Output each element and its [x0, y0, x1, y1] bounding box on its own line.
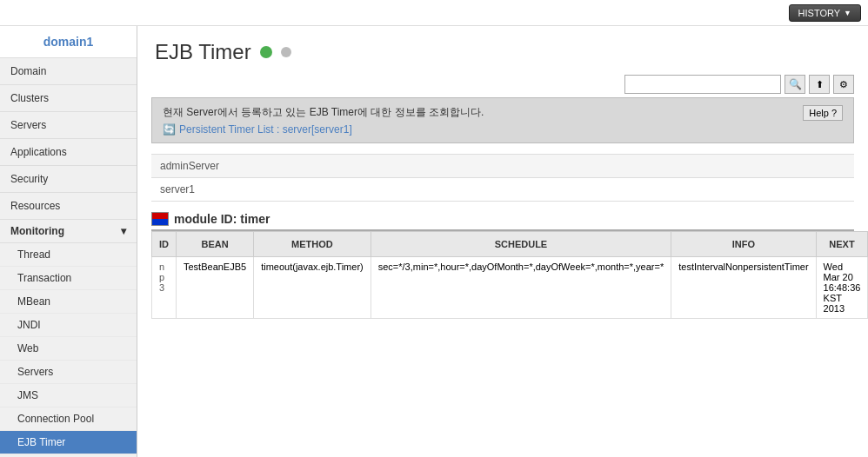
col-id: ID: [152, 232, 177, 257]
persistent-timer-link[interactable]: 🔄 Persistent Timer List : server[server1…: [163, 123, 843, 136]
col-bean: BEAN: [177, 232, 254, 257]
cell-info: testIntervalNonpersistentTimer: [671, 257, 816, 319]
status-gray-dot: [281, 47, 291, 57]
flag-icon: [151, 212, 169, 226]
server-name-server1: server1: [160, 183, 195, 195]
server-list: adminServer server1: [151, 154, 854, 202]
search-input[interactable]: [624, 75, 781, 94]
ejb-timer-table: ID BEAN METHOD SCHEDULE INFO NEXT cancel…: [151, 231, 868, 319]
server-row-admin: adminServer: [151, 154, 854, 178]
history-arrow-icon: ▼: [844, 9, 851, 17]
history-button[interactable]: HISTORY ▼: [789, 4, 861, 22]
search-button[interactable]: 🔍: [785, 75, 805, 94]
info-banner-text: 현재 Server에서 등록하고 있는 EJB Timer에 대한 정보를 조회…: [163, 105, 843, 120]
module-section: module ID: timer ID BEAN METHOD SCHEDULE…: [151, 212, 854, 319]
history-label: HISTORY: [798, 8, 841, 18]
help-icon: ?: [831, 108, 837, 118]
info-banner: Help ? 현재 Server에서 등록하고 있는 EJB Timer에 대한…: [151, 97, 854, 143]
settings-icon: ⚙: [839, 79, 848, 90]
cell-method: timeout(javax.ejb.Timer): [254, 257, 371, 319]
sidebar-sub-item-web[interactable]: Web: [0, 337, 137, 361]
monitoring-label: Monitoring: [10, 225, 64, 237]
content-area: EJB Timer 🔍 ⬆ ⚙ Help ?: [137, 26, 868, 457]
sidebar-item-monitoring[interactable]: Monitoring ▾: [0, 220, 137, 243]
page-header: EJB Timer: [137, 26, 868, 71]
help-label: Help: [809, 108, 829, 118]
sidebar-sub-item-thread[interactable]: Thread: [0, 243, 137, 267]
sidebar-sub-item-servers[interactable]: Servers: [0, 361, 137, 384]
col-schedule: SCHEDULE: [371, 232, 671, 257]
sidebar-item-servers[interactable]: Servers: [0, 112, 137, 139]
cell-bean: TestBeanEJB5: [177, 257, 254, 319]
refresh-icon: 🔄: [163, 123, 176, 136]
table-row: n p 3 TestBeanEJB5 timeout(javax.ejb.Tim…: [152, 257, 869, 319]
sidebar-item-resources[interactable]: Resources: [0, 193, 137, 220]
search-icon: 🔍: [789, 78, 802, 90]
sidebar-sub-item-jms[interactable]: JMS: [0, 384, 137, 407]
search-bar: 🔍 ⬆ ⚙: [137, 71, 868, 97]
top-bar: HISTORY ▼: [0, 0, 868, 26]
settings-button[interactable]: ⚙: [833, 75, 854, 94]
server-name-admin: adminServer: [160, 160, 219, 172]
status-green-dot: [260, 46, 272, 58]
table-header-row: ID BEAN METHOD SCHEDULE INFO NEXT cancel: [152, 232, 869, 257]
upload-icon: ⬆: [816, 79, 824, 90]
cell-next: Wed Mar 20 16:48:36 KST 2013: [816, 257, 868, 319]
main-layout: domain1 Domain Clusters Servers Applicat…: [0, 26, 868, 457]
sidebar-item-applications[interactable]: Applications: [0, 139, 137, 166]
sidebar-sub-item-transaction[interactable]: Transaction: [0, 267, 137, 290]
cell-id: n p 3: [152, 257, 177, 319]
upload-button[interactable]: ⬆: [809, 75, 830, 94]
sidebar-item-clusters[interactable]: Clusters: [0, 85, 137, 112]
cell-schedule: sec=*/3,min=*,hour=*,dayOfMonth=*,dayOfW…: [371, 257, 671, 319]
module-title-text: module ID: timer: [174, 212, 270, 226]
page-title: EJB Timer: [155, 40, 251, 64]
monitoring-toggle-icon: ▾: [121, 225, 126, 237]
help-button[interactable]: Help ?: [803, 105, 843, 121]
sidebar: domain1 Domain Clusters Servers Applicat…: [0, 26, 137, 457]
col-info: INFO: [671, 232, 816, 257]
sidebar-sub-item-connection-pool[interactable]: Connection Pool: [0, 407, 137, 431]
sidebar-sub-item-jndi[interactable]: JNDI: [0, 314, 137, 337]
server-row-server1: server1: [151, 178, 854, 202]
sidebar-sub-item-mbean[interactable]: MBean: [0, 290, 137, 314]
col-method: METHOD: [254, 232, 371, 257]
sidebar-title: domain1: [0, 26, 137, 58]
persistent-link-text: Persistent Timer List : server[server1]: [179, 123, 352, 136]
sidebar-sub-item-ejb-timer[interactable]: EJB Timer: [0, 431, 137, 454]
col-next: NEXT: [816, 232, 868, 257]
module-title-bar: module ID: timer: [151, 212, 854, 231]
sidebar-item-domain[interactable]: Domain: [0, 58, 137, 85]
sidebar-item-security[interactable]: Security: [0, 166, 137, 193]
